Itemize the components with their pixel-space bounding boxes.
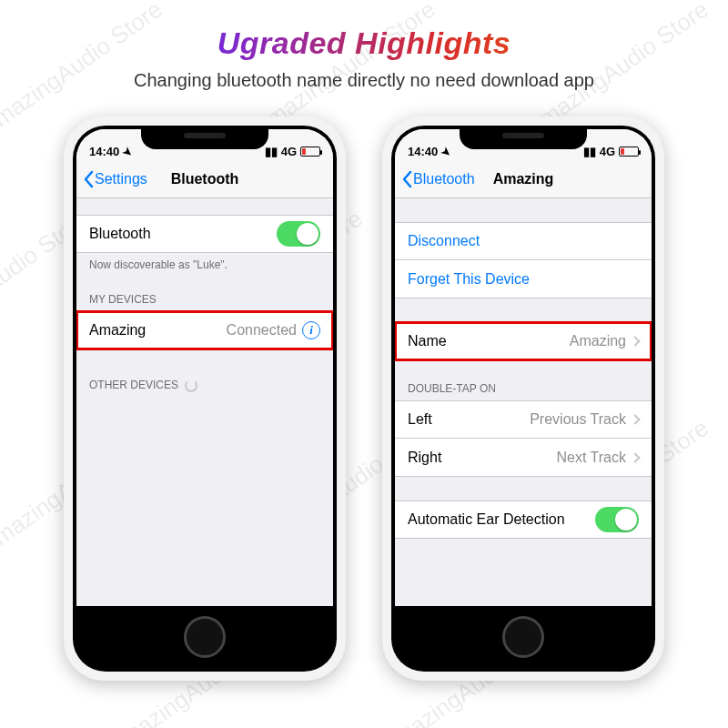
home-button[interactable] <box>184 616 226 658</box>
status-time: 14:40 <box>408 145 438 158</box>
back-label: Settings <box>95 171 147 187</box>
row-value: Previous Track <box>530 411 626 428</box>
right-tap-row[interactable]: Right Next Track <box>395 439 652 477</box>
back-label: Bluetooth <box>413 171 475 187</box>
section-header-my-devices: MY DEVICES <box>76 288 333 311</box>
network-label: 4G <box>600 145 615 158</box>
chevron-right-icon <box>630 452 640 462</box>
left-tap-row[interactable]: Left Previous Track <box>395 400 652 439</box>
battery-icon <box>300 147 320 157</box>
nav-bar: Bluetooth Amazing <box>395 160 652 198</box>
phone-notch <box>460 126 587 149</box>
row-label: Automatic Ear Detection <box>408 511 565 528</box>
section-header-double-tap: DOUBLE-TAP ON <box>395 377 652 400</box>
name-row[interactable]: Name Amazing <box>395 322 652 360</box>
section-header-other-devices: OTHER DEVICES <box>76 373 333 398</box>
row-label: Name <box>408 333 447 349</box>
device-row-amazing[interactable]: Amazing Connected i <box>76 311 333 349</box>
row-label: Disconnect <box>408 233 480 249</box>
home-button[interactable] <box>502 616 544 658</box>
row-label: Bluetooth <box>89 226 151 242</box>
forget-device-row[interactable]: Forget This Device <box>395 260 652 298</box>
name-value: Amazing <box>570 333 626 349</box>
discoverable-note: Now discoverable as "Luke". <box>76 253 333 271</box>
toggle-on-icon[interactable] <box>595 507 639 532</box>
location-icon: ➤ <box>439 144 454 159</box>
phone-mockup-right: 14:40 ➤ ▮▮ 4G Bluetooth Amazing <box>382 116 664 681</box>
info-icon[interactable]: i <box>302 321 320 339</box>
chevron-left-icon <box>400 170 413 188</box>
signal-icon: ▮▮ <box>265 145 278 158</box>
nav-bar: Settings Bluetooth <box>76 160 333 198</box>
toggle-on-icon[interactable] <box>277 221 320 247</box>
signal-icon: ▮▮ <box>583 145 596 158</box>
row-label: Left <box>408 411 432 428</box>
battery-icon <box>619 147 639 157</box>
auto-ear-detection-row[interactable]: Automatic Ear Detection <box>395 500 652 539</box>
row-label: Right <box>408 450 441 466</box>
phone-mockup-left: 14:40 ➤ ▮▮ 4G Settings Bluetooth <box>64 116 346 681</box>
status-time: 14:40 <box>89 145 119 158</box>
page-subtitle: Changing bluetooth name directly no need… <box>0 70 728 91</box>
back-button[interactable]: Settings <box>76 170 147 188</box>
chevron-right-icon <box>630 336 640 346</box>
device-status: Connected <box>227 322 297 339</box>
location-icon: ➤ <box>120 144 136 159</box>
bluetooth-toggle-row[interactable]: Bluetooth <box>76 215 333 253</box>
row-value: Next Track <box>557 450 626 466</box>
row-label: Forget This Device <box>408 271 530 288</box>
chevron-right-icon <box>630 414 640 424</box>
network-label: 4G <box>281 145 297 158</box>
chevron-left-icon <box>82 170 95 188</box>
disconnect-row[interactable]: Disconnect <box>395 222 652 260</box>
spinner-icon <box>185 379 197 392</box>
page-title: Ugraded Highlights <box>0 25 728 61</box>
phone-notch <box>141 126 268 149</box>
back-button[interactable]: Bluetooth <box>395 170 475 188</box>
device-name: Amazing <box>89 322 146 339</box>
